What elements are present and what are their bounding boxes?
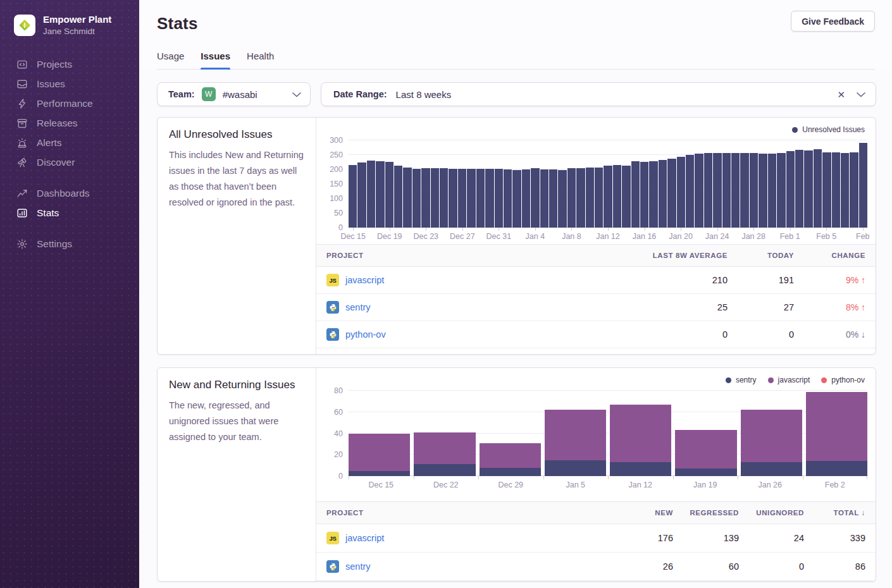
tab-health[interactable]: Health <box>247 51 274 69</box>
bar <box>622 166 630 228</box>
bar <box>850 152 858 228</box>
team-label: Team: <box>168 89 195 99</box>
filter-bar: Team: W #wasabi Date Range: Last 8 weeks… <box>157 82 876 106</box>
sidebar-item-projects[interactable]: Projects <box>0 54 139 74</box>
project-link[interactable]: python-ov <box>345 329 386 340</box>
bar <box>604 166 612 228</box>
legend-dot-icon <box>768 377 774 383</box>
project-link[interactable]: javascript <box>345 533 384 543</box>
legend-item-sentry[interactable]: sentry <box>726 376 757 384</box>
legend-item-python-ov[interactable]: python-ov <box>821 376 865 384</box>
value-cell: 339 <box>804 533 865 543</box>
project-cell: sentry <box>326 560 607 573</box>
gear-icon <box>16 238 28 250</box>
sidebar-item-performance[interactable]: Performance <box>0 94 139 113</box>
org-switcher[interactable]: Empower Plant Jane Schmidt <box>0 0 139 46</box>
bar <box>804 150 812 228</box>
bar-segment-sentry <box>806 461 867 476</box>
x-tick-label: Dec 31 <box>486 232 512 241</box>
sidebar-item-releases[interactable]: Releases <box>0 113 139 133</box>
bar <box>631 161 640 228</box>
bar <box>759 154 767 228</box>
bar-segment-javascript <box>806 392 867 462</box>
panel-new-returning-issues: New and Returning Issues The new, regres… <box>157 367 876 582</box>
chart-plot-area[interactable] <box>349 391 867 476</box>
x-tick <box>608 476 609 479</box>
sidebar-item-dashboards[interactable]: Dashboards <box>0 183 139 203</box>
sidebar-item-settings[interactable]: Settings <box>0 234 139 254</box>
column-header-last-8w-average: LAST 8W AVERAGE <box>633 252 728 259</box>
project-link[interactable]: sentry <box>345 302 371 312</box>
chart-plot-area[interactable] <box>349 140 867 228</box>
project-cell: sentry <box>326 301 633 314</box>
column-header-change: CHANGE <box>794 252 865 259</box>
bar <box>613 165 621 228</box>
sidebar-item-label: Stats <box>37 207 59 219</box>
org-name: Empower Plant <box>43 14 111 26</box>
value-cell: 27 <box>728 302 794 312</box>
panel-description: The new, regressed, and unignored issues… <box>169 398 304 445</box>
lightning-icon <box>16 98 28 109</box>
x-tick <box>753 228 754 231</box>
sidebar-item-issues[interactable]: Issues <box>0 74 139 94</box>
project-link[interactable]: javascript <box>345 275 384 285</box>
x-tick-label: Feb 1 <box>780 232 800 241</box>
clear-date-icon[interactable]: ✕ <box>834 89 848 101</box>
bar <box>458 169 466 228</box>
bar-segment-sentry <box>349 471 410 476</box>
bar <box>667 159 676 228</box>
bar-series <box>349 140 867 228</box>
bar <box>859 143 867 228</box>
bar-segment-sentry <box>610 462 671 476</box>
bar <box>731 153 740 228</box>
bar-segment-javascript <box>545 410 606 460</box>
bar <box>841 153 849 228</box>
x-tick <box>390 228 390 231</box>
chevron-down-icon <box>857 89 865 100</box>
give-feedback-button[interactable]: Give Feedback <box>791 11 875 32</box>
x-tick-label: Dec 19 <box>377 232 402 241</box>
y-tick-label: 40 <box>334 429 343 438</box>
stacked-bar <box>480 391 541 476</box>
x-tick <box>790 228 791 231</box>
team-select[interactable]: Team: W #wasabi <box>157 82 311 106</box>
sort-desc-icon: ↓ <box>859 509 865 517</box>
value-cell: 0 <box>739 561 804 572</box>
siren-icon <box>16 137 28 149</box>
sidebar-item-stats[interactable]: Stats <box>0 203 139 223</box>
legend-label: javascript <box>778 376 810 384</box>
bar <box>376 161 384 228</box>
bar <box>421 168 430 228</box>
y-tick-label: 200 <box>330 165 343 174</box>
bar <box>504 169 512 228</box>
projects-icon <box>16 59 28 70</box>
sidebar-item-alerts[interactable]: Alerts <box>0 133 139 152</box>
column-header-total[interactable]: TOTAL ↓ <box>804 509 865 517</box>
sidebar-item-label: Dashboards <box>37 188 90 199</box>
value-cell: 60 <box>673 561 739 572</box>
chevron-down-icon <box>292 89 301 100</box>
python-icon <box>326 328 339 341</box>
bar <box>431 168 439 228</box>
value-cell: 210 <box>633 275 728 285</box>
legend-item-unresolved-issues[interactable]: Unresolved Issues <box>792 125 865 134</box>
stacked-bar <box>610 391 671 476</box>
bar <box>777 153 785 228</box>
change-cell: 0% ↓ <box>794 329 865 340</box>
tab-issues[interactable]: Issues <box>201 51 230 69</box>
value-cell: 139 <box>673 533 739 543</box>
bar <box>485 169 493 228</box>
legend-dot-icon <box>726 377 731 383</box>
bar <box>403 168 411 228</box>
sidebar-item-discover[interactable]: Discover <box>0 152 139 172</box>
table-row: sentry25278% ↑ <box>316 294 876 321</box>
project-cell: JSjavascript <box>326 274 633 286</box>
tab-usage[interactable]: Usage <box>157 51 184 69</box>
project-link[interactable]: sentry <box>345 561 371 572</box>
team-value: #wasabi <box>223 89 257 100</box>
x-tick <box>499 228 499 231</box>
legend-item-javascript[interactable]: javascript <box>768 376 810 384</box>
date-range-select[interactable]: Date Range: Last 8 weeks ✕ <box>321 82 876 106</box>
bar-segment-sentry <box>480 468 541 477</box>
x-axis-labels: Dec 15Dec 19Dec 23Dec 27Dec 31Jan 4Jan 8… <box>349 228 867 244</box>
